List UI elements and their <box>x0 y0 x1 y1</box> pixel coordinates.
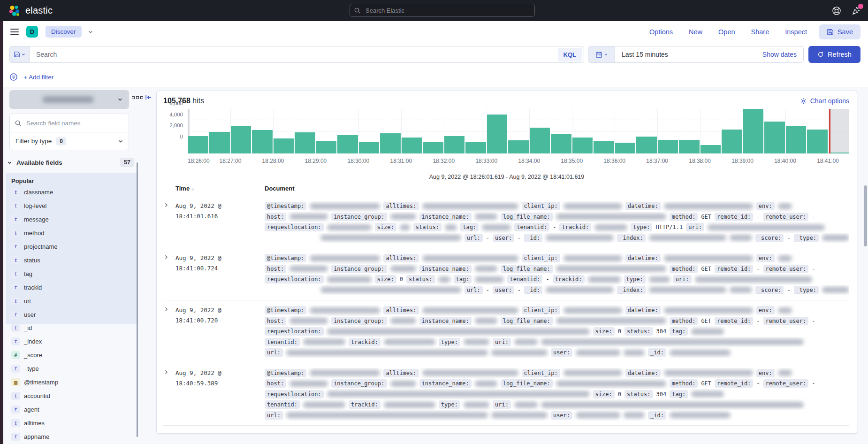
field-item-agent[interactable]: tagent <box>6 403 137 416</box>
elastic-brand[interactable]: elastic <box>8 5 53 17</box>
redacted-value <box>541 339 804 345</box>
expand-row-icon[interactable] <box>163 253 175 295</box>
field-item-message[interactable]: tmessage <box>6 213 137 226</box>
histogram-bar-18:29:30[interactable] <box>337 135 358 153</box>
saved-query-icon[interactable] <box>9 46 29 63</box>
space-badge[interactable]: D <box>26 26 38 38</box>
kql-language-button[interactable]: KQL <box>558 48 582 61</box>
news-icon[interactable] <box>851 6 861 16</box>
add-filter-button[interactable]: + Add filter <box>23 74 53 81</box>
histogram-bar-18:31:00[interactable] <box>402 138 422 153</box>
field-item-accountid[interactable]: taccountid <box>6 389 137 403</box>
field-item-_index[interactable]: t_index <box>6 335 137 348</box>
histogram-bar-18:38:30[interactable] <box>722 130 742 153</box>
histogram-bar-18:36:30[interactable] <box>636 137 656 153</box>
histogram-bar-18:34:30[interactable] <box>551 134 571 153</box>
boxes-more-icon[interactable] <box>132 96 143 99</box>
histogram-bar-18:35:30[interactable] <box>594 141 614 153</box>
field-item-_score[interactable]: #_score <box>6 348 137 362</box>
page-scrollbar[interactable] <box>864 185 867 246</box>
doc-field-requestlocation: requestlocation: <box>265 223 324 231</box>
histogram-bar-18:40:00[interactable] <box>786 126 806 153</box>
redacted-value <box>576 350 620 356</box>
global-search[interactable] <box>350 4 535 17</box>
histogram-bar-18:38:00[interactable] <box>700 145 721 153</box>
histogram-bar-18:35:00[interactable] <box>572 138 593 153</box>
sort-descending-icon[interactable]: ↓ <box>191 185 194 192</box>
histogram-bar-18:40:30[interactable] <box>807 130 827 153</box>
available-fields-header[interactable]: Available fields 57 <box>7 158 134 167</box>
field-item-uri[interactable]: turi <box>6 294 137 308</box>
histogram-bar-18:41:00[interactable] <box>829 153 849 153</box>
new-button[interactable]: New <box>689 28 702 36</box>
sidebar-scrollbar[interactable] <box>137 162 138 437</box>
field-search-input[interactable] <box>25 119 112 127</box>
save-button[interactable]: Save <box>819 24 860 39</box>
global-search-input[interactable] <box>365 7 531 15</box>
histogram-bar-18:36:00[interactable] <box>615 143 635 153</box>
field-item-classname[interactable]: tclassname <box>6 185 137 199</box>
field-item-_id[interactable]: t_id <box>6 321 137 335</box>
chevron-down-icon[interactable] <box>87 29 94 35</box>
histogram-bar-18:37:00[interactable] <box>658 140 678 153</box>
field-item-user[interactable]: tuser <box>6 308 137 322</box>
collapse-sidebar-icon[interactable] <box>145 93 152 101</box>
field-item-@timestamp[interactable]: ▦@timestamp <box>6 375 137 389</box>
chart-options-button[interactable]: Chart options <box>800 97 849 105</box>
field-item-_type[interactable]: t_type <box>6 362 137 375</box>
expand-row-icon[interactable] <box>163 368 175 421</box>
field-item-log-level[interactable]: tlog-level <box>6 199 137 213</box>
histogram-bar-18:37:30[interactable] <box>679 140 699 153</box>
histogram-bar-18:28:30[interactable] <box>295 132 315 153</box>
histogram-bar-18:32:00[interactable] <box>444 136 464 153</box>
menu-icon[interactable] <box>10 27 19 37</box>
field-item-appname[interactable]: tappname <box>6 430 137 444</box>
fields-list: t_idt_index#_scoret_type▦@timestamptacco… <box>6 321 137 444</box>
filter-icon[interactable] <box>9 73 18 81</box>
histogram-bar-18:27:30[interactable] <box>252 130 272 153</box>
field-item-status[interactable]: tstatus <box>6 253 137 267</box>
histogram-bar-18:31:30[interactable] <box>423 142 443 153</box>
histogram-bar-18:32:30[interactable] <box>465 142 486 153</box>
histogram-bar-18:33:00[interactable] <box>487 115 507 153</box>
redacted-value <box>475 214 497 220</box>
histogram-bar-18:30:30[interactable] <box>380 133 400 153</box>
index-pattern-select[interactable] <box>9 90 129 109</box>
histogram-bar-18:30:00[interactable] <box>359 142 379 153</box>
histogram-bar-18:39:00[interactable] <box>743 109 763 153</box>
filter-by-type[interactable]: Filter by type 0 <box>9 132 129 150</box>
expand-row-icon[interactable] <box>163 305 175 358</box>
histogram-bar-18:28:00[interactable] <box>274 138 294 153</box>
help-icon[interactable] <box>831 6 842 16</box>
share-button[interactable]: Share <box>751 28 769 36</box>
histogram-bar-18:27:00[interactable] <box>231 126 251 153</box>
field-item-projectname[interactable]: tprojectname <box>6 240 137 253</box>
histogram-bar-18:26:00[interactable] <box>188 136 208 153</box>
time-column-header[interactable]: Time↓ <box>175 185 265 192</box>
time-range-value[interactable]: Last 15 minutes <box>622 51 668 58</box>
redacted-value <box>310 255 380 261</box>
field-item-tag[interactable]: ttag <box>6 267 137 281</box>
open-button[interactable]: Open <box>718 28 735 36</box>
field-item-method[interactable]: tmethod <box>6 226 137 240</box>
field-item-trackid[interactable]: ttrackid <box>6 281 137 294</box>
show-dates-button[interactable]: Show dates <box>762 51 797 58</box>
inspect-button[interactable]: Inspect <box>785 28 807 36</box>
histogram-bar-18:26:30[interactable] <box>209 132 229 153</box>
histogram-plot[interactable] <box>188 109 849 153</box>
histogram-bar-18:33:30[interactable] <box>508 140 528 154</box>
redacted-value <box>778 370 792 376</box>
field-item-alltimes[interactable]: talltimes <box>6 416 137 430</box>
histogram-bar-18:34:00[interactable] <box>530 128 550 153</box>
options-button[interactable]: Options <box>649 28 673 36</box>
kql-search-input[interactable] <box>35 50 558 59</box>
expand-row-icon[interactable] <box>163 201 175 243</box>
redacted-value <box>475 266 497 272</box>
breadcrumb[interactable]: Discover <box>46 26 82 38</box>
refresh-button[interactable]: Refresh <box>808 46 860 63</box>
calendar-icon[interactable] <box>588 46 615 62</box>
histogram-bar-18:29:00[interactable] <box>316 141 336 153</box>
table-header: Time↓ Document <box>163 184 849 196</box>
histogram-bar-18:39:30[interactable] <box>764 122 784 153</box>
redacted-value <box>670 350 731 356</box>
